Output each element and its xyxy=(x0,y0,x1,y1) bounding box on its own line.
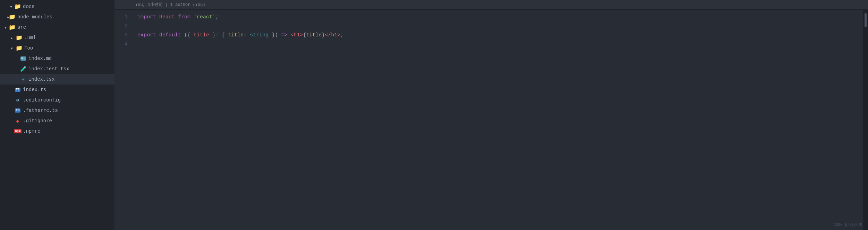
chevron-down-icon: ▾ xyxy=(8,4,14,10)
sidebar-item-node-modules[interactable]: ▸ 📁 node_modules xyxy=(0,12,114,22)
folder-icon: 📁 xyxy=(8,24,16,31)
chevron-down-icon: ▾ xyxy=(0,25,8,30)
sidebar-item-label: .gitignore xyxy=(23,118,114,124)
sidebar-item-gitignore[interactable]: ◆ .gitignore xyxy=(0,116,114,126)
chevron-down-icon: ▾ xyxy=(8,45,15,51)
sidebar-item-label: Foo xyxy=(24,45,114,51)
sidebar-item-docs[interactable]: ▾ 📁 docs xyxy=(0,1,114,12)
sidebar-item-umi[interactable]: ▸ 📁 .umi xyxy=(0,33,114,43)
line-number-4: 4 xyxy=(114,39,132,48)
code-editor[interactable]: import React from 'react' ; export defau… xyxy=(132,10,863,230)
file-explorer: ▾ 📁 docs ▸ 📁 node_modules ▾ 📁 src ▸ 📁 .u… xyxy=(0,0,114,230)
sidebar-item-label: index.tsx xyxy=(28,77,114,82)
sidebar-item-label: .editorconfig xyxy=(23,97,114,103)
sidebar-item-label: index.md xyxy=(28,56,114,61)
watermark: CSDN @毛毛三由 xyxy=(833,222,862,227)
line-numbers: 1 2 3 4 xyxy=(114,10,132,230)
folder-icon: 📁 xyxy=(15,45,23,52)
sidebar-item-label: .fatherrc.ts xyxy=(23,108,114,113)
folder-icon: 📁 xyxy=(14,3,22,10)
sidebar-item-index-ts[interactable]: TS index.ts xyxy=(0,85,114,95)
editor-area: You, 1小时前 | 1 author (You) 1 2 3 4 impor… xyxy=(114,0,868,230)
scrollbar-thumb xyxy=(865,13,867,27)
line-number-3: 3 xyxy=(114,30,132,39)
sidebar-item-label: .npmrc xyxy=(23,129,114,134)
md-file-icon: M↓ xyxy=(19,56,27,61)
sidebar-item-npmrc[interactable]: npm .npmrc xyxy=(0,126,114,136)
sidebar-item-fatherrc-ts[interactable]: TS .fatherrc.ts xyxy=(0,105,114,116)
editor-config-icon: ⚙ xyxy=(14,97,22,103)
react-file-icon: ⚛ xyxy=(19,76,27,83)
code-line-4 xyxy=(137,39,863,48)
sidebar-item-label: index.test.tsx xyxy=(28,66,114,72)
ts-file-icon: TS xyxy=(14,108,22,113)
sidebar-item-label: src xyxy=(17,25,114,30)
chevron-right-icon: ▸ xyxy=(3,14,8,20)
git-blame-bar: You, 1小时前 | 1 author (You) xyxy=(114,0,868,10)
line-number-2: 2 xyxy=(114,21,132,30)
ts-file-icon: TS xyxy=(14,88,22,92)
sidebar-item-editorconfig[interactable]: ⚙ .editorconfig xyxy=(0,95,114,105)
sidebar-item-src[interactable]: ▾ 📁 src xyxy=(0,22,114,33)
sidebar-item-index-md[interactable]: M↓ index.md xyxy=(0,53,114,64)
code-line-3: export default ({ title } : { title : st… xyxy=(137,30,863,39)
chevron-right-icon: ▸ xyxy=(8,35,15,41)
line-number-1: 1 xyxy=(114,12,132,21)
npm-icon: npm xyxy=(14,129,22,133)
sidebar-item-label: index.ts xyxy=(23,87,114,92)
code-container: 1 2 3 4 import React from 'react' ; xyxy=(114,10,868,230)
folder-icon: 📁 xyxy=(15,34,23,41)
code-line-1: import React from 'react' ; xyxy=(137,12,863,21)
folder-icon: 📁 xyxy=(8,14,16,20)
scrollbar-track[interactable] xyxy=(863,10,868,230)
sidebar-item-index-tsx[interactable]: ⚛ index.tsx xyxy=(0,74,114,85)
sidebar-item-index-test-tsx[interactable]: 🧪 index.test.tsx xyxy=(0,64,114,74)
git-icon: ◆ xyxy=(14,118,22,124)
code-line-2 xyxy=(137,21,863,30)
sidebar-item-foo[interactable]: ▾ 📁 Foo xyxy=(0,43,114,53)
git-blame-text: You, 1小时前 | 1 author (You) xyxy=(135,2,205,8)
sidebar-item-label: node_modules xyxy=(17,14,114,20)
sidebar-item-label: .umi xyxy=(24,35,114,41)
sidebar-item-label: docs xyxy=(23,4,114,9)
test-file-icon: 🧪 xyxy=(19,66,27,72)
